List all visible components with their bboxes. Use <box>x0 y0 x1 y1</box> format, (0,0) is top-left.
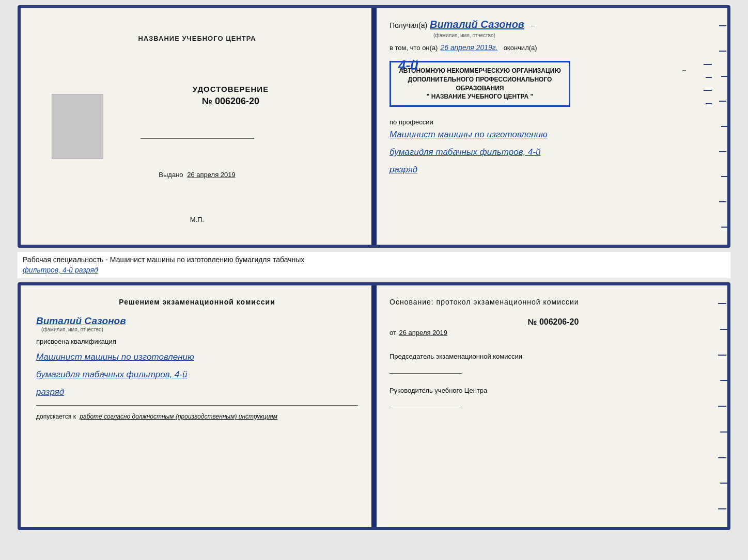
head-block: Руководитель учебного Центра <box>389 386 717 414</box>
bottom-left-page: Решением экзаменационной комиссии Витали… <box>21 285 374 527</box>
training-center-title: НАЗВАНИЕ УЧЕБНОГО ЦЕНТРА <box>138 35 256 42</box>
recipient-name: Виталий Сазонов <box>430 19 524 30</box>
spine-top <box>371 8 377 245</box>
stamp-area: 4-й АВТОНОМНУЮ НЕКОММЕРЧЕСКУЮ ОРГАНИЗАЦИ… <box>389 56 717 112</box>
stamp-number: 4-й <box>398 57 418 73</box>
middle-strip: Рабочая специальность - Машинист машины … <box>18 252 730 278</box>
stamp-line1: АВТОНОМНУЮ НЕКОММЕРЧЕСКУЮ ОРГАНИЗАЦИЮ <box>398 67 562 75</box>
photo-placeholder <box>52 94 103 159</box>
issued-date: 26 апреля 2019 <box>187 171 236 179</box>
assigned-label: присвоена квалификация <box>36 338 358 345</box>
mp-label: М.П. <box>190 216 204 223</box>
received-label: Получил(а) <box>389 21 427 29</box>
issued-label: Выдано <box>159 171 183 179</box>
head-label: Руководитель учебного Центра <box>389 386 717 395</box>
stamp-line2: ДОПОЛНИТЕЛЬНОГО ПРОФЕССИОНАЛЬНОГО ОБРАЗО… <box>398 75 562 93</box>
protocol-number: № 006206-20 <box>389 317 717 327</box>
admitted-label: допускается к <box>36 413 76 420</box>
cert-label: УДОСТОВЕРЕНИЕ <box>193 85 269 93</box>
decision-title: Решением экзаменационной комиссии <box>36 298 358 306</box>
qual-line1: Машинист машины по изготовлению <box>36 348 358 366</box>
qual-line2: бумагидля табачных фильтров, 4-й <box>36 366 358 383</box>
bottom-recipient-subtext: (фамилия, имя, отчество) <box>41 327 358 332</box>
tom-label: в том, что он(а) <box>389 44 438 52</box>
strip-text1: Рабочая специальность - Машинист машины … <box>23 255 304 264</box>
admitted-value: работе согласно должностным (производств… <box>80 413 277 420</box>
cert-number: № 006206-20 <box>202 96 259 107</box>
stamp-box: 4-й АВТОНОМНУЮ НЕКОММЕРЧЕСКУЮ ОРГАНИЗАЦИ… <box>389 61 570 107</box>
chairman-label: Председатель экзаменационной комиссии <box>389 352 717 361</box>
profession-line1: Машинист машины по изготовлению <box>389 126 717 143</box>
stamp-line3: " НАЗВАНИЕ УЧЕБНОГО ЦЕНТРА " <box>398 92 562 101</box>
chairman-sig-line <box>389 363 462 374</box>
spine-bottom <box>371 285 377 527</box>
top-right-page: Получил(а) Виталий Сазонов – (фамилия, и… <box>374 8 727 245</box>
from-label: от <box>389 329 396 337</box>
qual-line3: разряд <box>36 383 358 401</box>
bottom-recipient-name: Виталий Сазонов <box>36 315 358 327</box>
protocol-date: от 26 апреля 2019 <box>389 329 717 337</box>
cert-date: 26 апреля 2019г. <box>440 43 497 52</box>
basis-title: Основание: протокол экзаменационной коми… <box>389 298 717 306</box>
bottom-right-page: Основание: протокол экзаменационной коми… <box>374 285 727 527</box>
recipient-line: Получил(а) Виталий Сазонов – <box>389 19 717 30</box>
profession-line3: разряд <box>389 161 717 179</box>
chairman-block: Председатель экзаменационной комиссии <box>389 352 717 380</box>
strip-text2: фильтров, 4-й разряд <box>23 266 98 274</box>
profession-line2: бумагидля табачных фильтров, 4-й <box>389 143 717 161</box>
dash-right: – <box>682 66 686 74</box>
finished-label: окончил(а) <box>504 44 537 52</box>
bottom-document: Решением экзаменационной комиссии Витали… <box>18 282 730 530</box>
tom-line: в том, что он(а) 26 апреля 2019г. окончи… <box>389 43 717 52</box>
right-edge-decoration <box>718 8 727 245</box>
recipient-subtext: (фамилия, имя, отчество) <box>433 33 717 38</box>
bottom-right-decoration <box>717 285 727 527</box>
profession-label: по профессии <box>389 118 717 126</box>
admitted-text: допускается к работе согласно должностны… <box>36 413 358 420</box>
top-document: НАЗВАНИЕ УЧЕБНОГО ЦЕНТРА УДОСТОВЕРЕНИЕ №… <box>18 5 730 248</box>
top-left-page: НАЗВАНИЕ УЧЕБНОГО ЦЕНТРА УДОСТОВЕРЕНИЕ №… <box>21 8 374 245</box>
issued-line: Выдано 26 апреля 2019 <box>159 171 235 179</box>
protocol-date-value: 26 апреля 2019 <box>399 329 448 337</box>
head-sig-line <box>389 398 462 408</box>
